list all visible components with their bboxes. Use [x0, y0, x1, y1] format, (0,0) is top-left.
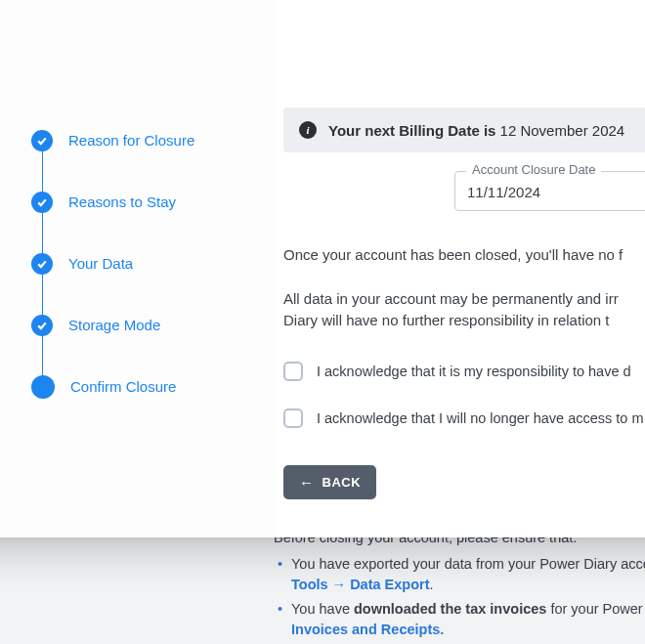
- bg-link-data-export[interactable]: Tools → Data Export: [291, 577, 430, 592]
- step-confirm-closure[interactable]: Confirm Closure: [31, 356, 274, 417]
- back-button[interactable]: ← BACK: [283, 465, 376, 499]
- ack-responsibility-label: I acknowledge that it is my responsibili…: [317, 364, 631, 379]
- step-reasons-to-stay[interactable]: Reasons to Stay: [31, 171, 274, 233]
- step-label: Reason for Closure: [68, 132, 194, 149]
- check-icon: [31, 192, 53, 213]
- bg-bullet-1-text: You have exported your data from your Po…: [291, 556, 645, 572]
- banner-text: Your next Billing Date is 12 November 20…: [328, 122, 624, 139]
- background-help-text: Before closing your account, please ensu…: [274, 528, 645, 644]
- step-your-data[interactable]: Your Data: [31, 233, 274, 294]
- bg-bullet-1: You have exported your data from your Po…: [291, 554, 645, 595]
- bg-link-invoices[interactable]: Invoices and Receipts.: [291, 622, 444, 637]
- closure-date-label: Account Closure Date: [466, 162, 601, 177]
- step-label: Storage Mode: [68, 317, 160, 333]
- ack-responsibility-row: I acknowledge that it is my responsibili…: [283, 362, 631, 381]
- ack-responsibility-checkbox[interactable]: [283, 362, 303, 381]
- back-button-label: BACK: [322, 475, 362, 490]
- current-step-icon: [31, 375, 55, 399]
- closure-date-field: Account Closure Date: [454, 171, 645, 211]
- billing-info-banner: i Your next Billing Date is 12 November …: [283, 107, 645, 152]
- ack-no-access-label: I acknowledge that I will no longer have…: [317, 410, 643, 426]
- bg-bullet-2: You have downloaded the tax invoices for…: [291, 599, 645, 640]
- ack-no-access-checkbox[interactable]: [283, 408, 303, 428]
- step-storage-mode[interactable]: Storage Mode: [31, 294, 274, 356]
- step-label: Your Data: [68, 255, 133, 272]
- close-account-modal: Reason for Closure Reasons to Stay Your …: [0, 0, 645, 537]
- check-icon: [31, 253, 53, 275]
- stepper: Reason for Closure Reasons to Stay Your …: [0, 0, 274, 537]
- check-icon: [31, 315, 53, 336]
- closure-paragraph-1: Once your account has been closed, you'l…: [283, 244, 645, 266]
- check-icon: [31, 130, 53, 151]
- page-title: Confirm: [528, 15, 645, 42]
- step-label: Reasons to Stay: [68, 193, 176, 210]
- info-icon: i: [299, 121, 317, 139]
- arrow-left-icon: ←: [299, 475, 315, 490]
- closure-date-input[interactable]: [467, 184, 645, 200]
- confirm-panel: Confirm Please confirm your a i Your nex…: [274, 0, 645, 537]
- step-label: Confirm Closure: [70, 378, 176, 395]
- step-reason-for-closure[interactable]: Reason for Closure: [31, 109, 274, 171]
- closure-paragraph-2: All data in your account may be permanen…: [283, 288, 645, 331]
- page-subtitle: Please confirm your a: [479, 55, 645, 71]
- ack-no-access-row: I acknowledge that I will no longer have…: [283, 408, 643, 428]
